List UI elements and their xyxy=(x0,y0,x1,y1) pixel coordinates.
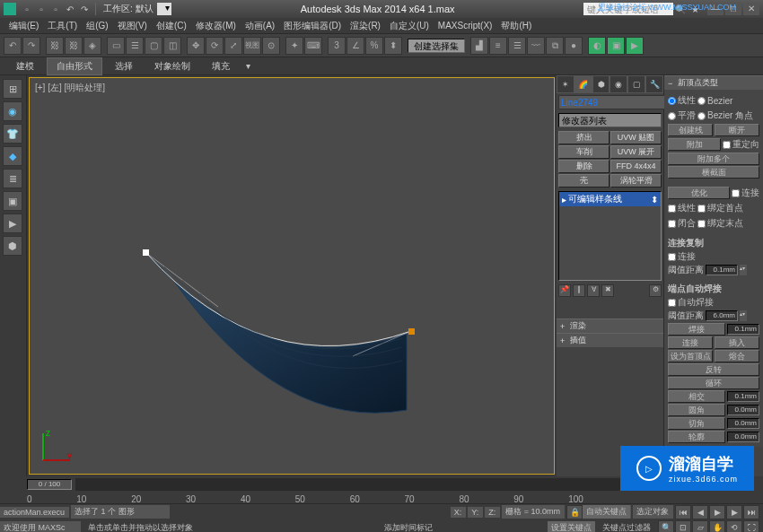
chk-bindfirst[interactable]: 绑定首点 xyxy=(697,202,743,214)
mirror-icon[interactable]: ▟ xyxy=(470,37,488,55)
tool-material-icon[interactable]: ◆ xyxy=(3,146,22,166)
btn-weld[interactable]: 焊接 xyxy=(668,323,725,336)
snap-icon[interactable]: 3 xyxy=(328,37,346,55)
modifier-list-dropdown[interactable]: 修改器列表 xyxy=(558,113,662,127)
window-crossing-icon[interactable]: ◫ xyxy=(163,37,181,55)
time-slider[interactable]: 0 / 100 xyxy=(27,479,72,490)
menu-edit[interactable]: 编辑(E) xyxy=(5,18,42,34)
chk-linear[interactable]: 线性 xyxy=(668,202,696,214)
pivot-icon[interactable]: ⊙ xyxy=(262,37,280,55)
tool-camera-icon[interactable]: ▣ xyxy=(3,191,22,211)
menu-animation[interactable]: 动画(A) xyxy=(241,18,278,34)
mod-extrude[interactable]: 挤出 xyxy=(558,131,610,144)
tool-layers-icon[interactable]: ≣ xyxy=(3,169,22,188)
setkey-button[interactable]: 设置关键点 xyxy=(548,521,595,533)
play-icon[interactable]: ▶ xyxy=(709,505,725,519)
qat-undo-icon[interactable]: ↶ xyxy=(65,4,75,14)
workspace-dropdown[interactable] xyxy=(157,3,172,15)
next-frame-icon[interactable]: ▶ xyxy=(726,505,742,519)
tool-render-icon[interactable]: ▶ xyxy=(3,214,22,233)
menu-modifiers[interactable]: 修改器(M) xyxy=(192,18,240,34)
schematic-icon[interactable]: ⧉ xyxy=(546,37,564,55)
tab-utilities-icon[interactable]: 🔧 xyxy=(645,75,663,93)
btn-fuse[interactable]: 熔合 xyxy=(715,350,759,362)
tool-script-icon[interactable]: ⬢ xyxy=(3,236,22,256)
manipulate-icon[interactable]: ✦ xyxy=(285,37,303,55)
tab-display-icon[interactable]: ▢ xyxy=(627,75,645,93)
ribbon-freeform[interactable]: 自由形式 xyxy=(47,57,102,75)
render-icon[interactable]: ▶ xyxy=(626,37,644,55)
select-move-icon[interactable]: ✥ xyxy=(187,37,205,55)
undo-icon[interactable]: ↶ xyxy=(4,37,22,55)
btn-cycle[interactable]: 循环 xyxy=(668,377,759,389)
btn-crossinsert[interactable]: 相交 xyxy=(668,390,725,403)
viewport-layout-icon[interactable]: ⊞ xyxy=(3,79,22,99)
rollout-render[interactable]: 渲染 xyxy=(557,318,663,333)
tab-modify-icon[interactable]: 🌈 xyxy=(574,75,592,93)
modifier-stack[interactable]: ▸可编辑样条线 ⬍ xyxy=(558,191,662,281)
autokey-button[interactable]: 自动关键点 xyxy=(583,505,631,519)
stack-item-spline[interactable]: ▸可编辑样条线 ⬍ xyxy=(559,192,661,206)
qat-redo-icon[interactable]: ↷ xyxy=(79,4,90,14)
menu-render[interactable]: 渲染(R) xyxy=(346,18,384,34)
pin-stack-icon[interactable]: 📌 xyxy=(558,284,571,297)
ribbon-objectpaint[interactable]: 对象绘制 xyxy=(145,58,199,74)
remove-mod-icon[interactable]: ✖ xyxy=(601,284,614,297)
nav-fov-icon[interactable]: ▱ xyxy=(692,520,708,532)
align-icon[interactable]: ≡ xyxy=(489,37,507,55)
selset-dropdown[interactable]: 选定对象 xyxy=(633,505,673,519)
ribbon-modeling[interactable]: 建模 xyxy=(7,58,43,74)
btn-crosssect[interactable]: 横截面 xyxy=(668,166,759,179)
btn-insert[interactable]: 插入 xyxy=(715,336,759,349)
mod-lathe[interactable]: 车削 xyxy=(558,145,610,159)
redo-icon[interactable]: ↷ xyxy=(22,37,40,55)
ribbon-populate[interactable]: 填充 xyxy=(203,58,239,74)
bind-icon[interactable]: ◈ xyxy=(83,37,101,55)
btn-makefirst[interactable]: 设为首顶点 xyxy=(668,350,713,362)
ref-coord-icon[interactable]: 视图 xyxy=(243,37,261,55)
prev-frame-icon[interactable]: ◀ xyxy=(692,505,708,519)
tab-hierarchy-icon[interactable]: ⬢ xyxy=(592,75,610,93)
select-icon[interactable]: ▭ xyxy=(107,37,125,55)
menu-help[interactable]: 帮助(H) xyxy=(497,18,535,34)
btn-attachmult[interactable]: 附加多个 xyxy=(668,153,759,165)
chk-autoweld[interactable]: 自动焊接 xyxy=(668,296,759,309)
lock-icon[interactable]: 🔒 xyxy=(566,505,583,519)
nav-zoom-icon[interactable]: 🔍 xyxy=(658,520,674,532)
close-button[interactable]: ✕ xyxy=(743,3,759,15)
nav-pan-icon[interactable]: ✋ xyxy=(709,520,725,532)
tab-motion-icon[interactable]: ◉ xyxy=(610,75,627,93)
nav-orbit-icon[interactable]: ⟲ xyxy=(726,520,742,532)
spinner-snap-icon[interactable]: ⬍ xyxy=(384,37,402,55)
menu-views[interactable]: 视图(V) xyxy=(114,18,151,34)
script-listener[interactable]: actionMan.execu xyxy=(0,507,69,518)
chk-copy-connect[interactable]: 连接 xyxy=(668,250,759,263)
chk-bindlast[interactable]: 绑定末点 xyxy=(697,217,743,230)
vertex-handle-end[interactable] xyxy=(408,328,415,335)
select-scale-icon[interactable]: ⤢ xyxy=(224,37,242,55)
rollout-vertex-type[interactable]: 新顶点类型 xyxy=(664,75,763,90)
keyfilter-button[interactable]: 关键点过滤器 xyxy=(599,521,654,533)
tool-shirt-icon[interactable]: 👕 xyxy=(3,124,22,144)
btn-break[interactable]: 断开 xyxy=(715,124,759,136)
named-selection-dropdown[interactable]: 创建选择集 xyxy=(408,39,465,53)
btn-chamfer[interactable]: 切角 xyxy=(668,417,725,430)
qat-new-icon[interactable]: ▫ xyxy=(22,4,32,14)
spinner-copy-thresh[interactable]: 0.1mm xyxy=(706,265,738,275)
select-region-icon[interactable]: ▢ xyxy=(145,37,162,55)
nav-maximize-icon[interactable]: ⛶ xyxy=(743,520,759,532)
menu-graph[interactable]: 图形编辑器(D) xyxy=(280,18,345,34)
goto-end-icon[interactable]: ⏭ xyxy=(743,505,759,519)
menu-create[interactable]: 创建(C) xyxy=(153,18,190,34)
render-setup-icon[interactable]: ◐ xyxy=(588,37,606,55)
chk-reorient[interactable]: 重定向 xyxy=(723,138,759,151)
mod-shell[interactable]: 壳 xyxy=(558,174,610,188)
configure-icon[interactable]: ⚙ xyxy=(649,284,662,297)
radio-bezier[interactable]: Bezier xyxy=(697,96,732,106)
radio-linear[interactable]: 线性 xyxy=(668,94,696,107)
spinner-weld-thresh[interactable]: 6.0mm xyxy=(706,310,738,321)
chk-closed[interactable]: 闭合 xyxy=(668,217,696,230)
keyboard-icon[interactable]: ⌨ xyxy=(304,37,322,55)
curve-editor-icon[interactable]: 〰 xyxy=(527,37,545,55)
mod-unwrap[interactable]: UVW 展开 xyxy=(610,145,662,159)
